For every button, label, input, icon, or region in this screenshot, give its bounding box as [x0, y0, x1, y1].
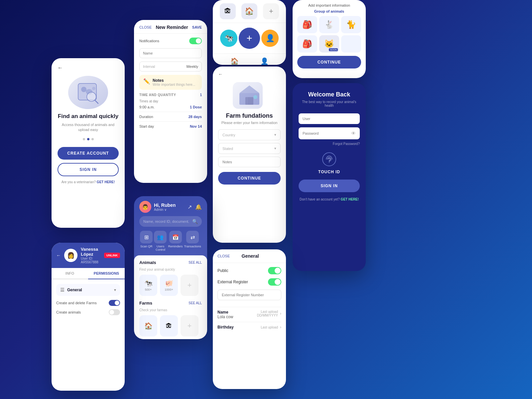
get-here-link[interactable]: GET HERE! — [97, 180, 115, 184]
back-arrow-icon[interactable]: ← — [58, 65, 63, 71]
perm2-toggle[interactable] — [109, 309, 120, 315]
notifications-toggle[interactable] — [189, 38, 202, 44]
farm-illustration — [213, 77, 286, 112]
transactions-label: Transactions — [184, 245, 201, 248]
farm-back-button[interactable]: ← — [218, 71, 223, 77]
name-row: Name Lola cow Last upload DD/MM/YYYY › — [217, 310, 281, 319]
animals-hint: Find your animal quickly — [139, 268, 202, 271]
search-input[interactable] — [143, 219, 190, 223]
password-input[interactable] — [303, 131, 351, 135]
transactions-action[interactable]: ⇄ Transactions — [184, 231, 201, 251]
dot-3[interactable] — [91, 138, 94, 140]
interval-selector[interactable]: Interval Weekly — [139, 62, 202, 71]
animal-grid: 🎒 🐇 🐈 🎒 🐱 SOON — [297, 16, 361, 53]
general-section[interactable]: ☰ General ▾ — [56, 284, 120, 296]
add-animal-card[interactable]: + — [181, 275, 199, 296]
birthday-chevron-icon[interactable]: › — [280, 325, 281, 330]
animals-title: Animals — [139, 260, 156, 265]
register-row: Don't have an account yet? GET HERE! — [299, 198, 360, 201]
find-animal-title: Find an animal quickly — [58, 113, 118, 120]
tq-header: TIME AND QUANTITY 1 — [139, 93, 202, 97]
reminders-action[interactable]: 📅 Reminders — [168, 231, 183, 251]
farm-notes-input[interactable] — [218, 157, 281, 167]
public-toggle[interactable] — [268, 267, 281, 274]
scan-qr-action[interactable]: ⊞ Scan QR — [140, 231, 153, 251]
get-here-link[interactable]: GET HERE! — [341, 198, 359, 201]
share-icon[interactable]: ↗ — [188, 204, 192, 210]
bell-icon[interactable]: 🔔 — [195, 204, 202, 210]
perm1-toggle[interactable] — [109, 300, 120, 306]
country-chevron-icon: ▾ — [274, 133, 276, 137]
search-bar[interactable]: 🔍 — [139, 216, 202, 227]
create-account-button[interactable]: CREATE ACCOUNT — [58, 147, 119, 160]
navy-bubble-plus[interactable]: + — [239, 28, 260, 49]
animal-card-1[interactable]: 🐄500+ — [139, 275, 157, 296]
general-body: Public External Register Name Lola cow L… — [213, 263, 286, 333]
tab-permissions[interactable]: PERMISSIONS — [88, 268, 125, 279]
animal-card-2[interactable]: 🐖1000+ — [160, 275, 178, 296]
add-farm-card[interactable]: + — [181, 315, 199, 336]
eye-icon[interactable]: 👁 — [351, 131, 356, 136]
touch-id-section[interactable]: TOUCH ID — [299, 151, 360, 174]
farm-card-1[interactable]: 🏠 — [139, 315, 157, 336]
profile-tabs: INFO PERMISSIONS — [52, 268, 125, 279]
unlink-button[interactable]: UNLINK — [104, 253, 120, 258]
notes-box[interactable]: ✏️ Notes Write important things here... — [139, 75, 202, 90]
farm-icon-box[interactable]: 🏠 — [241, 3, 257, 19]
grid-item-rabbit[interactable]: 🐇 — [319, 16, 339, 33]
home-nav-icon[interactable]: 🏠 — [230, 57, 239, 65]
grid-item-backpack[interactable]: 🎒 — [297, 16, 317, 33]
reminder-save-button[interactable]: SAVE — [192, 25, 202, 29]
country-selector[interactable]: Country ▾ — [218, 129, 281, 140]
add-icon-box[interactable]: + — [263, 3, 279, 19]
animals-see-all[interactable]: SEE ALL — [189, 261, 202, 264]
sign-in-button[interactable]: SIGN IN — [58, 163, 119, 176]
profile-name: Vanessa López — [81, 247, 101, 257]
tab-info[interactable]: INFO — [52, 268, 88, 279]
divider-2 — [217, 322, 281, 322]
birthday-row: Birthday Last upload › — [217, 325, 281, 330]
grid-item-soon[interactable]: 🐱 SOON — [319, 35, 339, 53]
users-control-action[interactable]: 👥 UsersControl — [154, 231, 167, 251]
profile-id: User ID: AR5567888 — [81, 257, 101, 264]
ext-reg-input[interactable] — [217, 290, 281, 300]
name-chevron-icon[interactable]: › — [280, 311, 281, 316]
ext-reg-toggle[interactable] — [268, 278, 281, 286]
profile-body: ☰ General ▾ Create and delete Farms Crea… — [52, 279, 125, 323]
profile-back-button[interactable]: ← — [56, 253, 61, 258]
general-label: ☰ General — [60, 287, 82, 293]
teal-bubble[interactable]: 🐄 — [220, 30, 237, 47]
grid-item-cat[interactable]: 🐈 — [341, 16, 361, 33]
users-label: UsersControl — [156, 245, 165, 251]
barn-icon-box[interactable]: 🏚 — [220, 3, 236, 19]
farms-see-all[interactable]: SEE ALL — [189, 301, 202, 305]
reminder-name-input[interactable] — [139, 48, 202, 58]
sign-in-button[interactable]: SIGN IN — [299, 180, 360, 192]
user-input[interactable] — [299, 113, 360, 124]
perm2-label: Create animals — [56, 310, 81, 314]
stated-selector[interactable]: Stated ▾ — [218, 143, 281, 154]
user-nav-icon[interactable]: 👤 — [260, 57, 269, 65]
reminder-close-button[interactable]: CLOSE — [139, 25, 152, 29]
dot-2[interactable] — [87, 138, 89, 140]
bottom-nav: 🏠 👤 — [213, 54, 286, 65]
orange-bubble[interactable]: 👤 — [261, 30, 279, 47]
forgot-password-link[interactable]: Forgot Password? — [299, 142, 360, 146]
scan-qr-label: Scan QR — [140, 245, 153, 248]
group-link[interactable]: Group of animals — [297, 9, 361, 13]
times-label: Times at day — [139, 99, 202, 103]
farms-hint: Check your farmas — [139, 308, 202, 312]
dashboard-header: 👨 Hi, Ruben Admin ∨ ↗ 🔔 — [134, 196, 207, 216]
dot-1[interactable] — [83, 138, 85, 140]
card-general-settings: CLOSE General Public External Register N… — [213, 249, 286, 389]
groups-body: Add important information Group of anima… — [293, 0, 366, 75]
farm-continue-button[interactable]: CONTINUE — [218, 172, 281, 185]
card-new-reminder: CLOSE New Reminder SAVE Notifications In… — [134, 20, 207, 183]
groups-continue-button[interactable]: CONTINUE — [297, 56, 361, 68]
general-close-button[interactable]: CLOSE — [217, 254, 230, 258]
farm-card-2[interactable]: 🏚 — [160, 315, 178, 336]
grid-item-backpack2[interactable]: 🎒 — [297, 35, 317, 53]
general-chevron-icon: ▾ — [114, 288, 116, 292]
create-animals-row: Create animals — [56, 309, 120, 315]
duration-label: Duration — [139, 115, 153, 119]
